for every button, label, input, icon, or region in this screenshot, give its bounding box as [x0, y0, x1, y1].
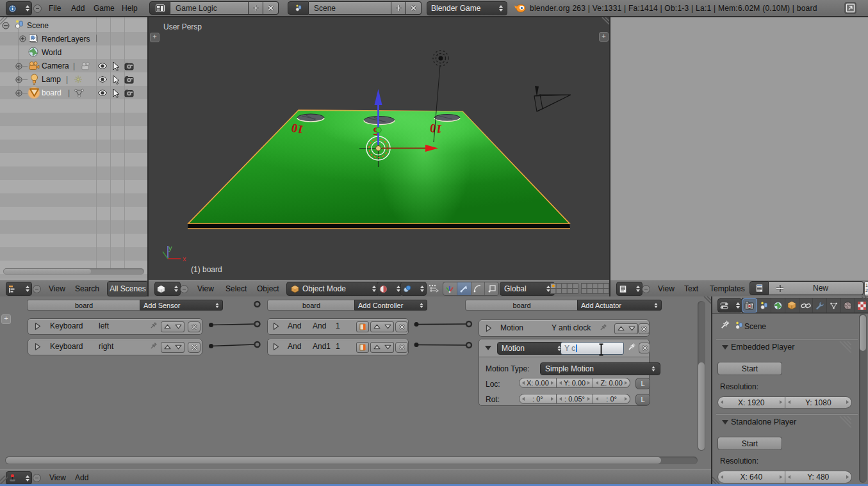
svg-text:1: 1	[865, 283, 868, 288]
svg-text:2: 2	[865, 288, 868, 293]
svg-text:10: 10	[429, 121, 443, 136]
svg-text:x: x	[183, 255, 186, 263]
svg-text:y: y	[168, 244, 172, 252]
